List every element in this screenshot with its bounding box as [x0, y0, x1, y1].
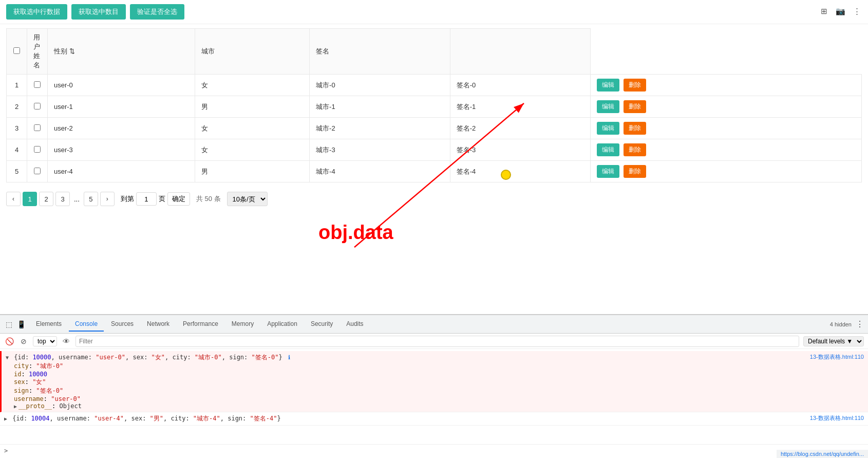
prop-username: username: "user-0" — [14, 395, 802, 402]
edit-button[interactable]: 编辑 — [597, 122, 619, 135]
edit-button[interactable]: 编辑 — [597, 100, 619, 113]
expand-icon-1[interactable]: ▶ — [4, 416, 7, 422]
get-selected-row-button[interactable]: 获取选中行数据 — [6, 4, 67, 20]
table-row: 5 user-4 男 城市-4 签名-4 编辑 删除 — [7, 161, 862, 182]
row-checkbox[interactable] — [34, 168, 41, 174]
more-icon[interactable]: ⋮ — [850, 4, 864, 19]
delete-button[interactable]: 删除 — [624, 143, 646, 156]
tab-network[interactable]: Network — [141, 317, 176, 332]
tab-performance[interactable]: Performance — [177, 317, 224, 332]
devtools-options-icon[interactable]: ⋮ — [856, 319, 864, 329]
console-output: ▼ {id: 10000, username: "user-0", sex: "… — [0, 349, 868, 444]
delete-button[interactable]: 删除 — [624, 79, 646, 91]
page-2-button[interactable]: 2 — [39, 192, 53, 206]
row-username: user-2 — [48, 118, 195, 139]
row-actions: 编辑 删除 — [591, 118, 862, 139]
console-prompt: > — [4, 447, 8, 454]
goto-confirm-button[interactable]: 确定 — [167, 192, 190, 206]
select-all-checkbox[interactable] — [13, 47, 20, 54]
tab-sources[interactable]: Sources — [105, 317, 140, 332]
page-size-selector[interactable]: 10条/页 20条/页 50条/页 — [227, 192, 268, 206]
row-checkbox[interactable] — [34, 103, 41, 109]
tab-memory[interactable]: Memory — [225, 317, 260, 332]
device-icon[interactable]: 📱 — [16, 320, 26, 329]
screenshot-icon[interactable]: 📷 — [833, 4, 847, 19]
console-settings-icon[interactable]: ⊘ — [18, 336, 29, 346]
table-row: 1 user-0 女 城市-0 签名-0 编辑 删除 — [7, 75, 862, 96]
row-checkbox[interactable] — [34, 81, 41, 88]
edit-button[interactable]: 编辑 — [597, 165, 619, 178]
row-actions: 编辑 删除 — [591, 75, 862, 96]
delete-button[interactable]: 删除 — [624, 100, 646, 113]
header-sex: 性别 ⇅ — [48, 29, 195, 75]
page-5-button[interactable]: 5 — [84, 192, 98, 206]
data-table: 用户姓名 性别 ⇅ 城市 签名 1 user-0 女 城市-0 签名-0 编辑 … — [6, 28, 862, 182]
console-toolbar: 🚫 ⊘ top 👁 Default levels ▼ — [0, 334, 868, 349]
row-sign: 签名-1 — [450, 96, 591, 118]
row-checkbox-col — [27, 96, 48, 118]
row-city: 城市-1 — [310, 96, 450, 118]
row-sign: 签名-3 — [450, 139, 591, 161]
table-row: 2 user-1 男 城市-1 签名-1 编辑 删除 — [7, 96, 862, 118]
grid-icon[interactable]: ⊞ — [817, 4, 831, 19]
devtools-panel: ⬚ 📱 Elements Console Sources Network Per… — [0, 314, 868, 458]
row-actions: 编辑 删除 — [591, 96, 862, 118]
page-size-select[interactable]: 10条/页 20条/页 50条/页 — [227, 192, 268, 206]
console-entry-0: ▼ {id: 10000, username: "user-0", sex: "… — [0, 351, 868, 412]
entry-0-location[interactable]: 13-数据表格.html:110 — [806, 352, 868, 362]
prop-sex: sex: "女" — [14, 378, 802, 387]
edit-button[interactable]: 编辑 — [597, 79, 619, 91]
row-actions: 编辑 删除 — [591, 161, 862, 182]
entry-0-text: {id: 10000, username: "user-0", sex: "女"… — [14, 354, 282, 361]
table-row: 4 user-3 女 城市-3 签名-3 编辑 删除 — [7, 139, 862, 161]
row-checkbox[interactable] — [34, 146, 41, 153]
entry-1-location[interactable]: 13-数据表格.html:110 — [806, 413, 868, 423]
tab-audits[interactable]: Audits — [340, 317, 369, 332]
info-icon-0[interactable]: ℹ — [288, 354, 290, 361]
verify-all-selected-button[interactable]: 验证是否全选 — [130, 4, 184, 20]
prev-page-button[interactable]: ‹ — [6, 192, 21, 206]
delete-button[interactable]: 删除 — [624, 165, 646, 178]
toolbar: 获取选中行数据 获取选中数目 验证是否全选 — [0, 0, 868, 24]
header-username: 用户姓名 — [27, 29, 48, 75]
tab-console[interactable]: Console — [69, 317, 104, 332]
status-bar[interactable]: https://blog.csdn.net/qq/undefin... — [777, 450, 868, 458]
page-goto: 到第 页 确定 — [121, 192, 190, 206]
console-filter-input[interactable] — [76, 336, 799, 347]
prop-sign: sign: "签名-0" — [14, 387, 802, 395]
tab-security[interactable]: Security — [305, 317, 339, 332]
console-levels-select[interactable]: Default levels ▼ — [803, 336, 864, 346]
entry-0-expanded: city: "城市-0" id: 10000 sex: "女" sign: "签… — [6, 362, 802, 410]
clear-console-icon[interactable]: 🚫 — [4, 336, 14, 346]
row-city: 城市-4 — [310, 161, 450, 182]
row-username: user-4 — [48, 161, 195, 182]
eye-icon[interactable]: 👁 — [61, 336, 71, 346]
page-1-button[interactable]: 1 — [23, 192, 37, 206]
header-checkbox-col — [7, 29, 27, 75]
table-area: 用户姓名 性别 ⇅ 城市 签名 1 user-0 女 城市-0 签名-0 编辑 … — [0, 24, 868, 187]
tab-elements[interactable]: Elements — [30, 317, 68, 332]
console-context-select[interactable]: top — [33, 336, 57, 346]
tab-application[interactable]: Application — [261, 317, 304, 332]
page-3-button[interactable]: 3 — [55, 192, 70, 206]
row-num: 4 — [7, 139, 27, 161]
console-input[interactable] — [11, 447, 864, 454]
row-username: user-3 — [48, 139, 195, 161]
row-sign: 签名-2 — [450, 118, 591, 139]
next-page-button[interactable]: › — [100, 192, 115, 206]
row-city: 城市-2 — [310, 118, 450, 139]
row-checkbox[interactable] — [34, 124, 41, 131]
expand-icon-0[interactable]: ▼ — [6, 355, 9, 360]
goto-input[interactable] — [136, 192, 157, 206]
delete-button[interactable]: 删除 — [624, 122, 646, 135]
row-sex: 男 — [195, 161, 310, 182]
cursor-dot — [501, 170, 511, 180]
row-sign: 签名-4 — [450, 161, 591, 182]
row-checkbox-col — [27, 139, 48, 161]
edit-button[interactable]: 编辑 — [597, 143, 619, 156]
page-label: 页 — [159, 194, 165, 204]
inspect-icon[interactable]: ⬚ — [4, 320, 13, 329]
header-sign: 签名 — [310, 29, 450, 75]
get-selected-count-button[interactable]: 获取选中数目 — [71, 4, 126, 20]
devtools-tab-icons: ⬚ 📱 — [4, 320, 26, 329]
